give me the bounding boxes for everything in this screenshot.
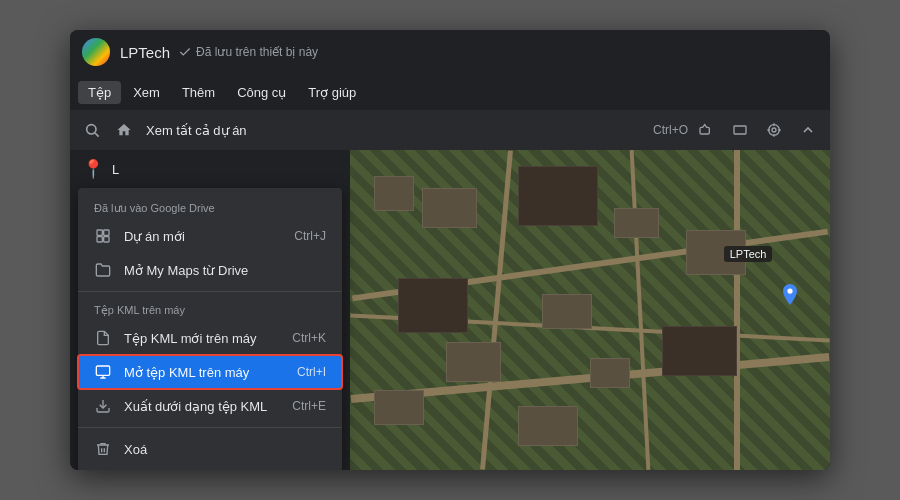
building-large-3: [662, 326, 737, 376]
chevron-up-icon: [800, 122, 816, 138]
app-title: LPTech: [120, 44, 170, 61]
delete-item[interactable]: Xoá: [78, 432, 342, 466]
main-area: 📍 L Đã lưu vào Google Drive: [70, 150, 830, 470]
new-project-shortcut: Ctrl+J: [294, 229, 326, 243]
export-kml-item[interactable]: Xuất dưới dạng tệp KML Ctrl+E: [78, 389, 342, 423]
rectangle-icon-btn[interactable]: [726, 116, 754, 144]
app-window: LPTech Đã lưu trên thiết bị này Tệp Xem …: [70, 30, 830, 470]
open-mymaps-icon: [94, 261, 112, 279]
svg-rect-11: [97, 237, 102, 242]
open-mymaps-item[interactable]: Mở My Maps từ Drive: [78, 253, 342, 287]
new-project-item[interactable]: Dự án mới Ctrl+J: [78, 219, 342, 253]
menu-xem[interactable]: Xem: [123, 81, 170, 104]
delete-label: Xoá: [124, 442, 326, 457]
svg-point-17: [788, 289, 793, 294]
svg-point-0: [87, 125, 96, 134]
svg-rect-13: [96, 366, 109, 375]
svg-rect-9: [97, 230, 102, 235]
route-icon-btn[interactable]: [692, 116, 720, 144]
new-kml-label: Tệp KML mới trên máy: [124, 331, 280, 346]
toolbar: Xem tất cả dự án Ctrl+O: [70, 110, 830, 150]
building-3: [614, 208, 659, 238]
menubar: Tệp Xem Thêm Công cụ Trợ giúp: [70, 74, 830, 110]
open-kml-icon: [94, 363, 112, 381]
map-label: LPTech: [724, 246, 773, 262]
export-kml-icon: [94, 397, 112, 415]
building-8: [374, 390, 424, 425]
kml-section-label: Tệp KML trên máy: [78, 296, 342, 321]
place-indicator: 📍 L: [70, 150, 350, 188]
search-button[interactable]: [78, 116, 106, 144]
view-all-label: Xem tất cả dự án: [146, 123, 649, 138]
export-kml-label: Xuất dưới dạng tệp KML: [124, 399, 280, 414]
svg-rect-12: [104, 237, 109, 242]
road-v1: [480, 150, 513, 469]
chevron-up-icon-btn[interactable]: [794, 116, 822, 144]
svg-rect-2: [734, 126, 746, 134]
checkmark-icon: [178, 45, 192, 59]
file-dropdown: Đã lưu vào Google Drive Dự án mới Ctrl+J: [78, 188, 342, 470]
drive-section-label: Đã lưu vào Google Drive: [78, 194, 342, 219]
new-project-icon: [94, 227, 112, 245]
new-kml-icon: [94, 329, 112, 347]
open-kml-label: Mở tệp KML trên máy: [124, 365, 285, 380]
open-mymaps-label: Mở My Maps từ Drive: [124, 263, 326, 278]
menu-cong-cu[interactable]: Công cụ: [227, 81, 296, 104]
rectangle-icon: [732, 122, 748, 138]
map-satellite: LPTech: [350, 150, 830, 470]
place-label: L: [112, 162, 119, 177]
view-all-shortcut: Ctrl+O: [653, 123, 688, 137]
new-kml-item[interactable]: Tệp KML mới trên máy Ctrl+K: [78, 321, 342, 355]
home-icon: [116, 122, 132, 138]
menu-tep[interactable]: Tệp: [78, 81, 121, 104]
building-2: [422, 188, 477, 228]
app-logo: [82, 38, 110, 66]
building-5: [542, 294, 592, 329]
building-9: [518, 406, 578, 446]
open-kml-shortcut: Ctrl+I: [297, 365, 326, 379]
building-7: [590, 358, 630, 388]
route-icon: [698, 122, 714, 138]
map-pin: [779, 284, 801, 318]
svg-rect-10: [104, 230, 109, 235]
saved-status: Đã lưu trên thiết bị này: [178, 45, 318, 59]
target-icon-btn[interactable]: [760, 116, 788, 144]
open-kml-item[interactable]: Mở tệp KML trên máy Ctrl+I: [78, 355, 342, 389]
building-6: [446, 342, 501, 382]
road-v2: [630, 150, 651, 470]
menu-tro-giup[interactable]: Trợ giúp: [298, 81, 366, 104]
svg-point-3: [769, 125, 780, 136]
svg-line-1: [95, 133, 99, 137]
menu-them[interactable]: Thêm: [172, 81, 225, 104]
search-icon: [84, 122, 100, 138]
export-kml-shortcut: Ctrl+E: [292, 399, 326, 413]
titlebar: LPTech Đã lưu trên thiết bị này: [70, 30, 830, 74]
sidebar: 📍 L Đã lưu vào Google Drive: [70, 150, 350, 470]
place-pin-icon: 📍: [82, 158, 104, 180]
toolbar-icons: [692, 116, 822, 144]
svg-point-4: [772, 128, 776, 132]
home-button[interactable]: [110, 116, 138, 144]
building-1: [374, 176, 414, 211]
building-large-1: [518, 166, 598, 226]
new-project-label: Dự án mới: [124, 229, 282, 244]
delete-icon: [94, 440, 112, 458]
map-area: LPTech: [350, 150, 830, 470]
road-v3: [734, 150, 740, 470]
divider-2: [78, 427, 342, 428]
new-kml-shortcut: Ctrl+K: [292, 331, 326, 345]
target-icon: [766, 122, 782, 138]
building-large-2: [398, 278, 468, 333]
divider-1: [78, 291, 342, 292]
